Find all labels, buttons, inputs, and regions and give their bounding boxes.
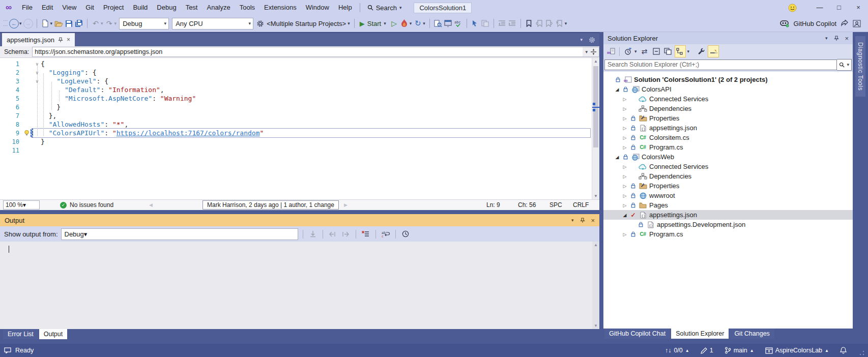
code-line-3[interactable]: 3∨ "LogLevel": {: [0, 77, 592, 85]
code-line-9[interactable]: 9 "ColorsAPIUrl": "https://localhost:716…: [0, 129, 592, 137]
minimize-button[interactable]: —: [810, 0, 829, 15]
open-file-button[interactable]: [54, 18, 63, 29]
tab-error-list[interactable]: Error List: [3, 329, 38, 339]
menu-git[interactable]: Git: [81, 0, 99, 15]
tab-github-copilot-chat[interactable]: GitHub Copilot Chat: [604, 329, 670, 339]
start-without-debugging-button[interactable]: ▷: [390, 18, 399, 29]
menu-analyze[interactable]: Analyze: [202, 0, 235, 15]
new-file-dropdown-icon[interactable]: ▾: [50, 21, 53, 26]
split-window-icon[interactable]: [591, 49, 596, 55]
editor-options-gear-icon[interactable]: [589, 37, 595, 43]
output-title-bar[interactable]: Output ▾ ×: [0, 214, 599, 226]
next-message-button[interactable]: [341, 228, 351, 240]
menu-debug[interactable]: Debug: [152, 0, 181, 15]
collapse-arrow-icon[interactable]: ◢: [614, 155, 620, 160]
tree-item-appsettings-json[interactable]: ▷{}appsettings.json: [603, 123, 853, 133]
codelens-git-summary[interactable]: Mark Harrison, 2 days ago | 1 author, 1 …: [202, 200, 339, 210]
pending-changes-filter-icon[interactable]: [623, 46, 633, 57]
toolbar-overflow-dropdown-icon[interactable]: ▾: [565, 21, 567, 26]
startup-projects-dropdown-icon[interactable]: ▾: [348, 21, 350, 26]
previous-bookmark-button[interactable]: [535, 18, 544, 29]
expand-arrow-icon[interactable]: ▷: [622, 164, 628, 169]
search-dropdown-icon[interactable]: ▾: [399, 5, 402, 10]
menu-edit[interactable]: Edit: [37, 0, 57, 15]
copilot-badge-icon[interactable]: [780, 20, 789, 27]
startup-settings-gear-icon[interactable]: [255, 18, 265, 29]
preview-selected-items-icon[interactable]: [708, 45, 719, 57]
pin-icon[interactable]: [580, 218, 585, 223]
diagnostic-tools-tab[interactable]: Diagnostic Tools: [855, 36, 865, 97]
code-line-2[interactable]: 2∨ "Logging": {: [0, 68, 592, 77]
expand-arrow-icon[interactable]: ▷: [622, 126, 628, 131]
feedback-chat-icon[interactable]: [4, 347, 11, 353]
expand-arrow-icon[interactable]: ▷: [622, 116, 628, 121]
scroll-down-icon[interactable]: ▼: [592, 194, 599, 198]
scroll-up-icon[interactable]: ▲: [592, 243, 599, 247]
vertical-splitter[interactable]: [599, 32, 603, 344]
navigate-window-button[interactable]: [444, 18, 453, 29]
tree-item-appsettings-json[interactable]: ◢✓{}appsettings.json: [603, 210, 853, 220]
collapse-arrow-icon[interactable]: ◢: [614, 87, 620, 92]
expand-arrow-icon[interactable]: ▷: [622, 97, 628, 102]
menu-build[interactable]: Build: [128, 0, 152, 15]
search-options-dropdown-icon[interactable]: ▾: [847, 62, 849, 67]
new-file-button[interactable]: [41, 18, 50, 29]
copilot-label[interactable]: GitHub Copilot: [793, 20, 836, 27]
expand-arrow-icon[interactable]: ▷: [622, 193, 628, 198]
current-branch-button[interactable]: main ▲: [725, 347, 754, 354]
collapse-all-icon[interactable]: [651, 46, 661, 57]
spaces-indicator[interactable]: SPC: [549, 201, 573, 209]
previous-message-button[interactable]: [328, 228, 338, 240]
tab-appsettings-json[interactable]: appsettings.json ×: [2, 33, 75, 46]
code-line-8[interactable]: 8 "AllowedHosts": "*",: [0, 120, 592, 129]
save-button[interactable]: [64, 18, 73, 29]
expand-arrow-icon[interactable]: ▷: [622, 203, 628, 208]
hscroll-left-icon[interactable]: ◀: [149, 202, 153, 207]
tree-item-connected-services[interactable]: ▷Connected Services: [603, 162, 853, 171]
solution-configuration-combo[interactable]: Debug▾: [119, 18, 169, 29]
nesting-dropdown-icon[interactable]: ▾: [687, 49, 690, 54]
menu-extensions[interactable]: Extensions: [259, 0, 301, 15]
toolbar-drag-handle[interactable]: ⋮⋮: [4, 18, 7, 28]
start-dropdown-icon[interactable]: ▾: [384, 21, 386, 26]
document-list-dropdown-icon[interactable]: ▾: [580, 37, 583, 42]
show-all-files-icon[interactable]: [663, 46, 673, 57]
pending-edits-button[interactable]: 1: [701, 347, 713, 354]
hscroll-right-icon[interactable]: ▶: [344, 202, 348, 207]
navigate-back-button[interactable]: ←: [9, 18, 19, 29]
maximize-button[interactable]: □: [829, 0, 849, 15]
line-indicator[interactable]: Ln: 9: [486, 201, 518, 209]
window-position-dropdown-icon[interactable]: ▾: [571, 218, 574, 223]
undo-dropdown-icon[interactable]: ▾: [101, 21, 103, 26]
solution-search-input[interactable]: [604, 60, 837, 70]
navigate-forward-button[interactable]: →: [23, 18, 33, 29]
tree-item-colorsapi[interactable]: ◢ColorsAPI: [603, 84, 853, 94]
code-line-1[interactable]: 1∨{: [0, 60, 592, 68]
output-source-combo[interactable]: Debug▾: [61, 228, 298, 240]
account-icon[interactable]: [853, 20, 861, 27]
code-editor-surface[interactable]: 1∨{2∨ "Logging": {3∨ "LogLevel": {4 "Def…: [0, 58, 599, 199]
feedback-smiley-icon[interactable]: [788, 4, 797, 12]
start-debugging-button[interactable]: ▶ Start ▾: [358, 20, 389, 27]
hot-reload-dropdown-icon[interactable]: ▾: [410, 21, 412, 26]
tree-item-properties[interactable]: ▷Properties: [603, 181, 853, 191]
search-control[interactable]: Search ▾: [363, 4, 407, 12]
output-content[interactable]: ▲ ▼: [0, 242, 599, 329]
url-link[interactable]: https://localhost:7167/colors/random: [117, 129, 260, 137]
goto-message-button[interactable]: [308, 228, 318, 240]
menu-project[interactable]: Project: [99, 0, 128, 15]
tab-solution-explorer[interactable]: Solution Explorer: [671, 329, 729, 339]
hot-reload-flame-icon[interactable]: [400, 18, 409, 29]
zoom-level-combo[interactable]: 100 %▾: [3, 200, 40, 210]
resize-grip[interactable]: [858, 344, 865, 357]
redo-button[interactable]: ↷: [105, 18, 114, 29]
spell-check-button[interactable]: abc: [454, 18, 463, 29]
search-icon[interactable]: [839, 62, 845, 68]
tree-item-dependencies[interactable]: ▷Dependencies: [603, 171, 853, 181]
repository-button[interactable]: AspireColorsLab ▲: [765, 347, 829, 354]
share-icon[interactable]: [841, 20, 849, 27]
tab-git-changes[interactable]: Git Changes: [730, 329, 774, 339]
tree-item-solution-colorssolution1-2-of-2-projects[interactable]: ∞Solution 'ColorsSolution1' (2 of 2 proj…: [603, 75, 853, 84]
restart-dropdown-icon[interactable]: ▾: [423, 21, 425, 26]
decrease-indent-button[interactable]: [498, 18, 507, 29]
